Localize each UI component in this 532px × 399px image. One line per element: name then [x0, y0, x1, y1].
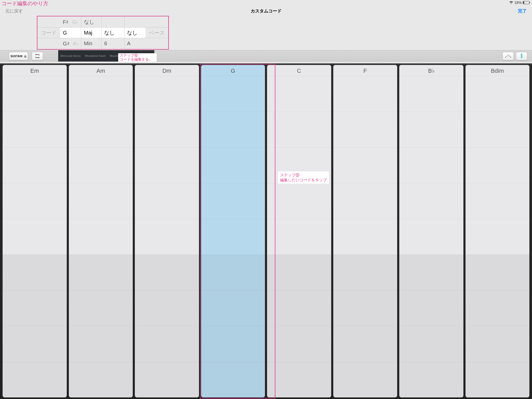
chord-segment[interactable]	[201, 147, 265, 183]
picker-cell[interactable]: Maj	[81, 28, 101, 38]
chord-segment[interactable]	[201, 183, 265, 219]
picker-cell[interactable]: なし	[102, 28, 124, 38]
chord-segment[interactable]	[135, 147, 199, 183]
sustain-label: SUSTAIN	[10, 55, 23, 58]
picker-cell[interactable]: G♯A♭	[60, 38, 81, 49]
annotation-step5-line1: ステップ⑤	[280, 172, 327, 178]
toolbar	[0, 50, 332, 62]
chord-segment[interactable]	[3, 147, 67, 183]
chord-strip[interactable]: Am	[69, 65, 133, 249]
chord-segment[interactable]	[267, 112, 331, 148]
chord-segment[interactable]	[69, 112, 133, 148]
picker-col-1[interactable]: なしMajMin	[81, 17, 101, 49]
annotation-step6: ステップ⑥ コードを編集する。	[118, 53, 157, 62]
nav-bar: 元に戻す カスタムコード 完了	[0, 5, 332, 17]
preset-item[interactable]: Woodwind Swell	[85, 54, 106, 57]
annotation-step6-line2: コードを編集する。	[120, 57, 155, 61]
annotation-step5: ステップ⑤ 編集したいコードをタップ	[278, 171, 329, 184]
swap-icon	[35, 54, 40, 58]
chord-segment[interactable]	[3, 219, 67, 249]
picker-cell[interactable]: なし	[81, 17, 101, 27]
undo-button[interactable]: 元に戻す	[5, 8, 23, 14]
chord-segment[interactable]	[201, 76, 265, 112]
picker-cell[interactable]: Min	[81, 38, 101, 49]
page-title: カスタムコード	[251, 8, 282, 14]
lock-icon	[24, 55, 26, 58]
picker-col-0[interactable]: F♯G♭GG♯A♭	[60, 17, 81, 49]
chord-segment[interactable]	[3, 112, 67, 148]
chord-strip[interactable]: Em	[3, 65, 67, 249]
picker-cell[interactable]	[102, 17, 124, 27]
picker-cell[interactable]	[124, 17, 145, 27]
picker-cell[interactable]: F♯G♭	[60, 17, 81, 27]
picker-cell[interactable]: A	[124, 38, 145, 49]
chord-segment[interactable]	[69, 147, 133, 183]
chord-segment[interactable]	[267, 183, 331, 219]
picker-col-2[interactable]: なし6	[101, 17, 124, 49]
chord-segment[interactable]	[201, 112, 265, 148]
chord-strip[interactable]: Dm	[135, 65, 199, 249]
chord-segment[interactable]	[135, 112, 199, 148]
chord-segment[interactable]	[69, 76, 133, 112]
picker-col-3[interactable]: なしA	[124, 17, 145, 49]
chord-segment[interactable]	[135, 76, 199, 112]
chord-segment[interactable]	[267, 76, 331, 112]
chord-segment[interactable]	[135, 183, 199, 219]
chord-segment[interactable]	[69, 219, 133, 249]
chord-label: Em	[3, 65, 67, 76]
chord-strip[interactable]: G	[201, 65, 265, 249]
chord-label: Dm	[135, 65, 199, 76]
status-bar: 1:05 2月 18%	[0, 0, 332, 5]
chord-strip[interactable]: C	[267, 65, 331, 249]
chord-segment[interactable]	[135, 219, 199, 249]
picker-cell[interactable]: なし	[124, 28, 145, 38]
swap-button[interactable]	[32, 52, 43, 60]
picker-cell[interactable]: 6	[102, 38, 124, 49]
picker-cell[interactable]: G	[60, 28, 81, 38]
picker-label-bass: ベース	[145, 17, 168, 49]
chord-label: C	[267, 65, 331, 76]
preset-item[interactable]: Wind and Horns	[60, 54, 81, 57]
annotation-step5-line2: 編集したいコードをタップ	[280, 177, 327, 183]
annotation-step6-line1: ステップ⑥	[120, 54, 155, 57]
chord-segment[interactable]	[267, 219, 331, 249]
chord-segment[interactable]	[69, 183, 133, 219]
chord-segment[interactable]	[201, 219, 265, 249]
chord-picker[interactable]: コードF♯G♭GG♯A♭なしMajMinなし6なしAベース	[37, 17, 168, 49]
annotation-title: コード編集のやり方	[1, 0, 49, 7]
chord-label: Am	[69, 65, 133, 76]
chord-strip-area: EmAmDmGCFB♭Bdim	[0, 63, 332, 249]
chord-segment[interactable]	[3, 76, 67, 112]
chord-segment[interactable]	[3, 183, 67, 219]
sustain-button[interactable]: SUSTAIN	[9, 52, 28, 60]
chord-label: G	[201, 65, 265, 76]
picker-label-chord: コード	[37, 17, 60, 49]
